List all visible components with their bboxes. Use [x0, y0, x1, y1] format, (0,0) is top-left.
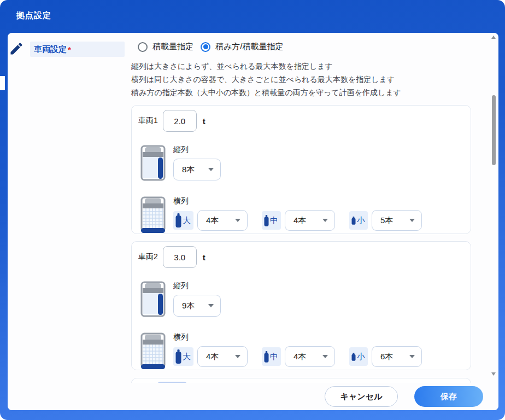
vehicle-card-list: 車両1 t 縦列 8本 — [131, 105, 471, 377]
help-line-3: 積み方の指定本数（大中小の本数）と積載量の両方を守って計画を作成します — [131, 86, 401, 99]
small-count-value: 6本 — [380, 352, 393, 362]
bottle-small-icon — [351, 353, 356, 361]
vehicle-card: 車両1 t 縦列 8本 — [131, 105, 471, 234]
chevron-down-icon — [235, 355, 240, 358]
horizontal-row-group: 横列 大 4本 — [140, 196, 464, 236]
base-settings-dialog: 拠点設定 車両設定 * 積載量指定 積み方/積載量指定 — [0, 0, 505, 420]
chevron-down-icon — [322, 219, 328, 222]
small-count-select[interactable]: 6本 — [372, 346, 422, 367]
radio-load-only-label: 積載量指定 — [152, 42, 193, 52]
medium-count-select[interactable]: 4本 — [285, 210, 335, 231]
truck-horizontal-row-icon — [140, 332, 166, 372]
size-small-label: 小 — [357, 352, 365, 362]
radio-stack-and-load[interactable]: 積み方/積載量指定 — [201, 42, 284, 52]
scrollbar-thumb[interactable] — [492, 95, 496, 165]
radio-selected-icon[interactable] — [201, 42, 210, 52]
dialog-title: 拠点設定 — [16, 10, 51, 21]
vertical-column-label: 縦列 — [173, 145, 221, 155]
vertical-count-select[interactable]: 8本 — [173, 159, 221, 180]
help-line-1: 縦列は大きさによらず、並べられる最大本数を指定します — [131, 60, 401, 73]
mode-radio-group: 積載量指定 積み方/積載量指定 — [138, 42, 284, 52]
chevron-down-icon — [235, 219, 240, 222]
edit-pencil-icon — [9, 41, 24, 56]
size-medium-chip: 中 — [262, 211, 281, 230]
vertical-count-value: 8本 — [182, 165, 195, 175]
horizontal-row-group: 横列 大 4本 — [140, 332, 464, 372]
chevron-down-icon — [208, 304, 214, 307]
radio-stack-and-load-label: 積み方/積載量指定 — [215, 42, 284, 52]
scroll-down-arrow-icon[interactable] — [491, 372, 496, 376]
dialog-footer: キャンセル 保存 — [8, 383, 498, 410]
medium-count-value: 4本 — [293, 215, 306, 226]
bottle-large-icon — [175, 213, 181, 228]
size-medium-chip: 中 — [262, 347, 281, 366]
vehicle-card-partial — [131, 378, 471, 383]
scroll-up-arrow-icon[interactable] — [491, 36, 496, 39]
sidebar-item-label: 車両設定 — [34, 44, 67, 55]
large-count-select[interactable]: 4本 — [197, 210, 248, 231]
save-button[interactable]: 保存 — [414, 386, 483, 407]
size-large-chip: 大 — [173, 347, 193, 366]
radio-load-only[interactable]: 積載量指定 — [138, 42, 193, 52]
required-mark: * — [68, 45, 71, 54]
size-small-chip: 小 — [349, 347, 368, 366]
cancel-button[interactable]: キャンセル — [325, 386, 398, 407]
size-large-pair: 大 4本 — [173, 346, 248, 367]
size-large-pair: 大 4本 — [173, 210, 248, 231]
vehicle-name-row: 車両1 t — [138, 110, 464, 132]
capacity-unit: t — [203, 116, 205, 126]
vehicle-name: 車両2 — [138, 252, 158, 262]
chevron-down-icon — [409, 219, 415, 222]
capacity-input[interactable] — [163, 246, 197, 268]
size-small-label: 小 — [357, 215, 365, 226]
chevron-down-icon — [409, 355, 415, 358]
bottle-medium-icon — [264, 215, 269, 226]
size-small-pair: 小 5本 — [349, 210, 422, 231]
large-count-value: 4本 — [206, 215, 219, 226]
vertical-count-select[interactable]: 9本 — [173, 295, 221, 317]
size-large-label: 大 — [183, 352, 191, 362]
truck-vertical-column-icon — [140, 145, 166, 183]
truck-horizontal-row-icon — [140, 196, 166, 236]
edge-artifact — [0, 76, 5, 90]
large-count-select[interactable]: 4本 — [197, 346, 248, 367]
size-count-row: 大 4本 中 4本 — [173, 346, 422, 367]
settings-scroll-area: 積載量指定 積み方/積載量指定 縦列は大きさによらず、並べられる最大本数を指定し… — [125, 33, 492, 383]
bottle-medium-icon — [264, 351, 269, 363]
vertical-count-value: 9本 — [182, 301, 195, 311]
small-count-value: 5本 — [380, 215, 393, 226]
size-medium-label: 中 — [270, 352, 278, 362]
size-small-pair: 小 6本 — [349, 346, 422, 367]
small-count-select[interactable]: 5本 — [372, 210, 422, 231]
sidebar-item-vehicle-settings[interactable]: 車両設定 * — [30, 42, 125, 57]
radio-unselected-icon[interactable] — [138, 42, 148, 52]
vertical-column-label: 縦列 — [173, 281, 221, 291]
capacity-input[interactable] — [163, 110, 197, 132]
help-line-2: 横列は同じ大きさの容器で、大きさごとに並べられる最大本数を指定します — [131, 73, 401, 86]
chevron-down-icon — [208, 168, 214, 171]
vertical-scrollbar[interactable] — [491, 34, 497, 377]
vehicle-name: 車両1 — [138, 116, 158, 126]
medium-count-select[interactable]: 4本 — [285, 346, 335, 367]
vertical-column-group: 縦列 8本 — [140, 145, 464, 183]
vehicle-card: 車両2 t 縦列 9本 — [131, 241, 471, 370]
bottle-small-icon — [351, 217, 356, 225]
size-medium-pair: 中 4本 — [262, 346, 335, 367]
large-count-value: 4本 — [206, 352, 219, 362]
horizontal-row-label: 横列 — [173, 332, 422, 342]
vertical-column-group: 縦列 9本 — [140, 281, 464, 319]
size-large-label: 大 — [183, 215, 191, 226]
size-medium-pair: 中 4本 — [262, 210, 335, 231]
size-medium-label: 中 — [270, 215, 278, 226]
bottle-large-icon — [175, 349, 181, 364]
help-text: 縦列は大きさによらず、並べられる最大本数を指定します 横列は同じ大きさの容器で、… — [131, 60, 401, 99]
horizontal-row-label: 横列 — [173, 196, 422, 206]
size-count-row: 大 4本 中 4本 — [173, 210, 422, 231]
dialog-panel: 車両設定 * 積載量指定 積み方/積載量指定 縦列は大きさによらず、並べられる最… — [8, 33, 498, 410]
vehicle-name-row: 車両2 t — [138, 246, 464, 268]
medium-count-value: 4本 — [293, 352, 306, 362]
chevron-down-icon — [322, 355, 328, 358]
size-small-chip: 小 — [349, 211, 368, 230]
capacity-unit: t — [203, 253, 205, 262]
truck-vertical-column-icon — [140, 281, 166, 319]
